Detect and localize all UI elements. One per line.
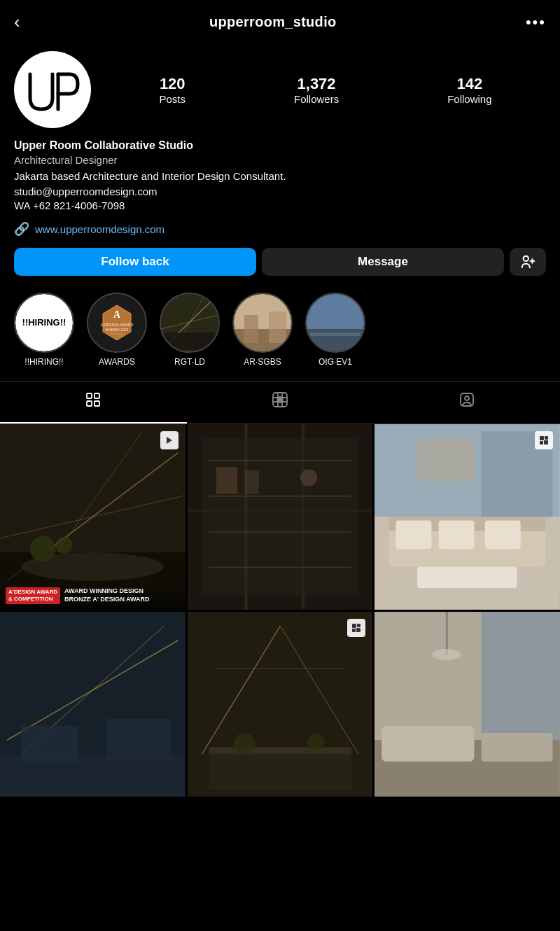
reels-tab-icon <box>272 391 288 412</box>
svg-rect-86 <box>352 629 356 632</box>
video-badge-icon <box>160 431 178 449</box>
svg-point-54 <box>300 469 316 486</box>
highlight-ring-ar <box>232 293 293 353</box>
tagged-tab-icon <box>458 391 475 412</box>
highlight-photo-oig <box>307 294 364 351</box>
svg-rect-58 <box>396 520 432 549</box>
svg-rect-90 <box>482 612 560 740</box>
posts-count: 120 <box>160 75 186 93</box>
svg-rect-22 <box>94 393 99 398</box>
svg-text:BRONZE: BRONZE <box>110 332 125 336</box>
svg-point-82 <box>234 733 255 755</box>
svg-rect-87 <box>356 628 360 632</box>
grid-photo-4 <box>0 612 186 797</box>
svg-rect-12 <box>164 332 215 350</box>
grid-cell-6[interactable] <box>374 612 560 797</box>
profile-description: Jakarta based Architecture and Interior … <box>14 169 546 183</box>
grid-photo-2-svg <box>188 424 373 610</box>
svg-rect-47 <box>202 438 358 595</box>
svg-point-33 <box>465 396 469 400</box>
svg-rect-81 <box>209 754 351 790</box>
gallery-badge-icon <box>535 431 553 449</box>
action-buttons: Follow back Message <box>14 248 546 276</box>
svg-rect-19 <box>307 329 364 351</box>
highlight-label-ar: AR·SGBS <box>244 357 281 367</box>
highlights-row: !!HIRING!! !!HIRING!! A A'DESIGN AWARD W… <box>0 293 560 381</box>
svg-rect-74 <box>22 726 78 762</box>
svg-rect-51 <box>209 567 351 568</box>
followers-count: 1,372 <box>298 75 336 93</box>
svg-rect-21 <box>87 393 92 398</box>
avatar[interactable] <box>14 51 91 128</box>
grid-icon-svg <box>85 391 102 408</box>
svg-rect-59 <box>439 520 475 549</box>
grid-cell-5[interactable] <box>188 612 373 797</box>
svg-rect-85 <box>357 624 360 627</box>
gallery-badge-icon-2 <box>347 619 365 637</box>
grid-photo-5 <box>188 612 373 797</box>
svg-text:A: A <box>113 309 121 320</box>
oig-photo-svg <box>307 294 364 351</box>
svg-point-95 <box>433 649 461 660</box>
highlight-oig[interactable]: OIG·EV1 <box>305 293 365 367</box>
tab-tagged[interactable] <box>373 382 560 424</box>
highlight-label-hiring: !!HIRING!! <box>24 357 63 367</box>
grid-photo-4-svg <box>0 612 186 797</box>
highlight-ring-awards: A A'DESIGN AWARD WINNER 2023 BRONZE <box>87 293 147 353</box>
hiring-text: !!HIRING!! <box>22 317 66 328</box>
follow-back-button[interactable]: Follow back <box>14 248 256 276</box>
grid-cell-3-badge <box>535 431 553 449</box>
more-button[interactable]: ••• <box>526 13 546 31</box>
svg-rect-48 <box>209 460 351 461</box>
profile-category: Architectural Designer <box>14 154 546 166</box>
highlight-awards[interactable]: A A'DESIGN AWARD WINNER 2023 BRONZE AWAR… <box>87 293 147 367</box>
svg-rect-60 <box>485 520 521 549</box>
gallery-icon-svg <box>539 435 549 445</box>
highlight-photo-ar <box>234 294 291 351</box>
highlight-ar[interactable]: AR·SGBS <box>232 293 293 367</box>
stat-following[interactable]: 142 Following <box>447 75 491 105</box>
grid-photo-3-svg <box>374 424 560 610</box>
add-person-icon <box>520 254 536 270</box>
highlight-photo-rgt <box>161 294 218 351</box>
grid-photo-6 <box>374 612 560 797</box>
svg-rect-61 <box>417 567 517 589</box>
grid-cell-3[interactable] <box>374 424 560 610</box>
svg-rect-93 <box>482 733 553 762</box>
profile-name: Upper Room Collaborative Studio <box>14 139 546 152</box>
add-friend-button[interactable] <box>510 248 546 276</box>
svg-rect-15 <box>244 315 258 343</box>
stat-followers[interactable]: 1,372 Followers <box>294 75 339 105</box>
grid-cell-4[interactable] <box>0 612 186 797</box>
tagged-icon-svg <box>458 391 475 408</box>
grid-photo-6-svg <box>374 612 560 797</box>
grid-cell-2[interactable] <box>188 424 373 610</box>
profile-email[interactable]: studio@upperroomdesign.com <box>14 186 546 197</box>
grid-photo-2 <box>188 424 373 610</box>
profile-website[interactable]: 🔗 www.upperroomdesign.com <box>14 221 546 237</box>
highlight-hiring[interactable]: !!HIRING!! !!HIRING!! <box>14 293 74 367</box>
bio-section: Upper Room Collaborative Studio Architec… <box>14 139 546 211</box>
avatar-logo-svg <box>24 62 80 118</box>
website-url[interactable]: www.upperroomdesign.com <box>35 223 164 235</box>
highlight-rgt[interactable]: RGT·LD <box>160 293 220 367</box>
svg-point-41 <box>55 537 72 554</box>
back-button[interactable]: ‹ <box>14 11 20 33</box>
message-button[interactable]: Message <box>262 248 504 276</box>
tab-reels[interactable] <box>187 382 374 424</box>
svg-rect-18 <box>307 294 364 329</box>
gallery-icon-2-svg <box>351 623 361 633</box>
tab-grid[interactable] <box>0 382 187 424</box>
profile-section: 120 Posts 1,372 Followers 142 Following … <box>0 44 560 276</box>
header: ‹ upperroom_studio ••• <box>0 0 560 44</box>
grid-cell-1[interactable]: A'DESIGN AWARD& COMPETITION AWARD WINNIN… <box>0 424 186 610</box>
svg-rect-20 <box>310 332 360 336</box>
stat-posts[interactable]: 120 Posts <box>159 75 186 105</box>
highlight-label-awards: AWARDS <box>99 357 135 367</box>
svg-text:A'DESIGN AWARD: A'DESIGN AWARD <box>100 323 133 327</box>
grid-tab-icon <box>85 391 102 412</box>
profile-top: 120 Posts 1,372 Followers 142 Following <box>14 51 546 128</box>
highlight-ring-oig <box>305 293 365 353</box>
awards-circle: A A'DESIGN AWARD WINNER 2023 BRONZE <box>88 294 146 351</box>
svg-rect-16 <box>269 312 286 343</box>
